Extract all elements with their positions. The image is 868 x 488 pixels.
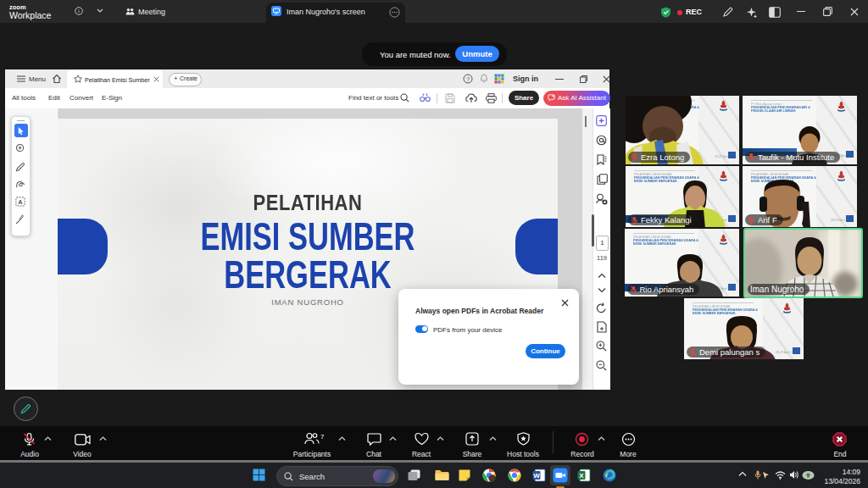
- svg-text:X: X: [579, 472, 584, 480]
- svg-text:A: A: [18, 198, 23, 206]
- svg-text:?: ?: [466, 75, 470, 83]
- svg-text:i: i: [78, 8, 80, 14]
- svg-text:W: W: [533, 472, 540, 480]
